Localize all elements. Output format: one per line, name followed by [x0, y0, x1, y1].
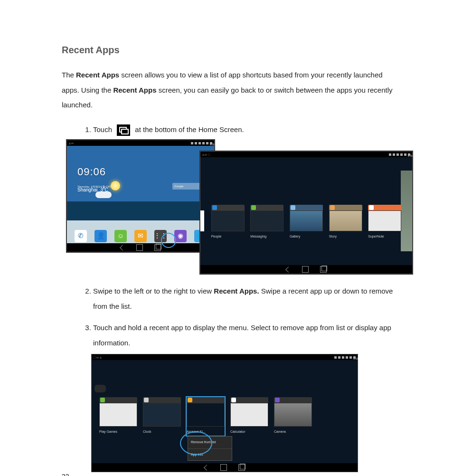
status-left-icon: ◬ ▭	[69, 141, 74, 146]
people-icon	[212, 205, 217, 210]
recent-cards-row: Play Games Clock Amazon Ki... Calculator…	[92, 397, 358, 436]
dock-apps-icon[interactable]: ⋮⋮	[154, 230, 167, 242]
nav-home-icon[interactable]	[136, 244, 143, 251]
nav-bar	[92, 463, 358, 472]
card-label: Clock	[143, 428, 181, 436]
status-right-icons: 3:53	[334, 356, 356, 359]
nav-home-icon[interactable]	[220, 464, 227, 471]
status-time: 3:53	[353, 356, 356, 359]
recent-card-messaging[interactable]: Messaging	[250, 205, 283, 240]
recent-card-gallery[interactable]: Gallery	[290, 205, 323, 240]
status-bar: ⬚ ▭ ◬ 3:53	[92, 354, 358, 360]
nav-back-icon[interactable]	[120, 245, 126, 251]
card-label: Play Games	[99, 428, 137, 436]
weather-city: Shanghai	[77, 185, 97, 195]
status-bar: ◬ ▭ 9:06	[67, 140, 214, 146]
supernote-icon	[369, 205, 374, 210]
floating-widget-icon[interactable]	[94, 385, 106, 392]
nav-bar	[67, 243, 214, 252]
recent-card-calculator[interactable]: Calculator	[230, 397, 268, 436]
dock-email-icon[interactable]: ✉Email	[134, 230, 147, 242]
nav-recent-icon[interactable]	[154, 244, 161, 251]
screenshot-recent-apps: ◬ ▭ ⬚ 2:59 People Messaging Gallery Stor…	[200, 151, 413, 274]
recent-card-supernote[interactable]: SuperNote	[368, 205, 401, 240]
text: at the bottom of the Home Screen.	[133, 125, 244, 133]
screenshot-context-menu: ⬚ ▭ ◬ 3:53 Play Games Clock Amazon Ki...…	[91, 354, 358, 472]
dock-phone-icon[interactable]: ✆Phone	[75, 230, 87, 242]
bold-text: Recent Apps	[113, 86, 156, 94]
page-number: 32	[62, 472, 69, 476]
step-1: Touch at the bottom of the Home Screen. …	[93, 122, 396, 276]
menu-remove-from-list[interactable]: Remove from list	[188, 437, 232, 449]
nav-bar	[200, 265, 412, 274]
calculator-icon	[231, 398, 236, 402]
bold-text: Recent Apps	[76, 71, 119, 79]
status-bar: ◬ ▭ ⬚ 2:59	[200, 152, 412, 157]
camera-icon	[275, 398, 280, 402]
play-games-icon	[100, 398, 105, 402]
dock-people-icon[interactable]: 👤People	[94, 230, 107, 242]
card-label: Messaging	[250, 233, 283, 240]
dock: ✆Phone 👤People ☺Messaging ✉Email ⋮⋮ ◉Cam…	[67, 230, 214, 242]
step-2: Swipe to the left or to the right to vie…	[93, 284, 396, 314]
step-3: Touch and hold a recent app to display t…	[93, 320, 396, 472]
card-label: SuperNote	[368, 233, 401, 240]
nav-home-icon[interactable]	[302, 266, 309, 273]
status-left-icon: ⬚ ▭ ◬	[94, 355, 102, 360]
menu-app-info[interactable]: App info	[188, 449, 232, 461]
dock-camera-icon[interactable]: ◉Camera	[174, 230, 187, 242]
sun-icon	[111, 181, 120, 190]
recent-card-people[interactable]: People	[211, 205, 245, 240]
nav-back-icon[interactable]	[285, 267, 292, 273]
recent-cards-row: People Messaging Gallery Story SuperNote	[200, 205, 412, 240]
gallery-icon	[291, 205, 295, 210]
recent-card-clock[interactable]: Clock	[143, 397, 181, 436]
text: Swipe to the left or to the right to vie…	[93, 287, 214, 295]
cloud-icon	[95, 191, 112, 198]
card-label: Camera	[274, 428, 312, 436]
nav-recent-icon[interactable]	[320, 266, 327, 273]
recent-card-amazon[interactable]: Amazon Ki...	[187, 397, 225, 436]
card-label: Amazon Ki...	[187, 428, 225, 436]
status-right-icons: 2:59	[389, 153, 410, 156]
text: The	[62, 71, 76, 79]
nav-recent-icon[interactable]	[238, 464, 245, 471]
clock-time: 09:06	[77, 166, 106, 178]
intro-paragraph: The Recent Apps screen allows you to vie…	[62, 67, 396, 113]
text: Touch	[93, 125, 114, 133]
messaging-icon	[251, 205, 256, 210]
text: Touch and hold a recent app to display t…	[93, 324, 391, 347]
status-time: 9:06	[210, 142, 212, 144]
screenshot-group-1: ◬ ▭ 9:06 09:06 Thursday, 1/9/2014 ⏻ OFF …	[66, 140, 396, 275]
recent-card-camera[interactable]: Camera	[274, 397, 312, 436]
card-label: Calculator	[230, 428, 268, 436]
recent-apps-icon	[117, 124, 130, 136]
status-time: 2:59	[408, 153, 410, 156]
status-left-icon: ◬ ▭ ⬚	[202, 152, 210, 157]
card-label: Gallery	[290, 233, 323, 240]
screenshot-home: ◬ ▭ 9:06 09:06 Thursday, 1/9/2014 ⏻ OFF …	[66, 140, 215, 252]
nav-back-icon[interactable]	[204, 465, 210, 471]
clock-icon	[144, 398, 149, 402]
amazon-icon	[188, 398, 192, 402]
recent-card-story[interactable]: Story	[329, 205, 362, 240]
bold-text: Recent Apps.	[214, 287, 259, 295]
story-icon	[330, 205, 335, 210]
card-label: People	[211, 233, 245, 240]
card-label: Story	[329, 233, 362, 240]
section-title: Recent Apps	[62, 43, 396, 57]
status-right-icons: 9:06	[191, 142, 212, 144]
recent-card-play-games[interactable]: Play Games	[99, 397, 137, 436]
context-menu: Remove from list App info	[188, 436, 232, 461]
dock-messaging-icon[interactable]: ☺Messaging	[114, 230, 127, 242]
